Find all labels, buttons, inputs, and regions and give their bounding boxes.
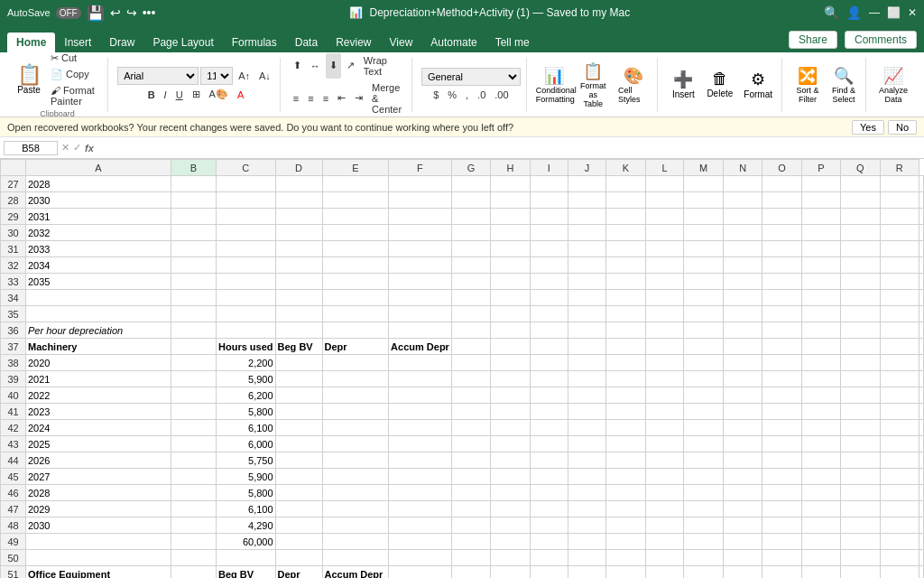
cell-e[interactable] (322, 485, 389, 501)
cell-extra[interactable] (645, 452, 684, 469)
cell-extra[interactable] (724, 420, 762, 436)
cell-extra[interactable] (606, 534, 645, 550)
cell-extra[interactable] (645, 550, 684, 566)
cell-extra[interactable] (801, 176, 840, 192)
font-color-button[interactable]: A (234, 87, 247, 102)
cell-extra[interactable] (762, 355, 802, 371)
cell-extra[interactable] (568, 371, 606, 387)
cell-d[interactable]: Depr (275, 566, 322, 579)
cell-extra[interactable] (724, 371, 762, 387)
cell-extra[interactable] (880, 485, 919, 501)
cell-extra[interactable] (491, 566, 530, 579)
tab-insert[interactable]: Insert (55, 33, 100, 52)
cell-f[interactable] (389, 387, 452, 404)
tab-page-layout[interactable]: Page Layout (143, 33, 222, 52)
cell-extra[interactable] (919, 339, 924, 355)
cell-e[interactable] (322, 306, 389, 322)
cell-extra[interactable] (568, 257, 606, 274)
cell-extra[interactable] (880, 209, 919, 225)
cell-extra[interactable] (568, 404, 606, 420)
cell-b[interactable] (171, 534, 216, 550)
fill-color-button[interactable]: A🎨 (206, 87, 232, 102)
cell-extra[interactable] (491, 404, 530, 420)
cell-extra[interactable] (919, 436, 924, 452)
cell-extra[interactable] (606, 404, 645, 420)
cell-extra[interactable] (841, 241, 881, 257)
cell-extra[interactable] (568, 225, 606, 241)
cell-a[interactable] (26, 550, 171, 566)
cell-extra[interactable] (880, 387, 919, 404)
cell-b[interactable] (171, 257, 216, 274)
cell-extra[interactable] (762, 501, 802, 517)
tab-home[interactable]: Home (7, 33, 55, 52)
col-header-c[interactable]: C (217, 160, 276, 176)
col-header-p[interactable]: P (801, 160, 840, 176)
col-header-k[interactable]: K (606, 160, 645, 176)
format-button[interactable]: ⚙ Format (740, 68, 776, 101)
cell-d[interactable] (275, 452, 322, 469)
cell-extra[interactable] (724, 355, 762, 371)
cell-extra[interactable] (568, 534, 606, 550)
cell-extra[interactable] (724, 452, 762, 469)
cell-extra[interactable] (451, 290, 491, 306)
cell-a[interactable]: 2024 (26, 420, 171, 436)
cell-extra[interactable] (645, 225, 684, 241)
cell-extra[interactable] (841, 225, 881, 241)
cell-extra[interactable] (724, 306, 762, 322)
cell-extra[interactable] (880, 225, 919, 241)
cell-extra[interactable] (919, 387, 924, 404)
cell-extra[interactable] (645, 517, 684, 534)
cell-extra[interactable] (684, 274, 724, 290)
sheet-area[interactable]: A B C D E F G H I J K L M N O P Q (0, 159, 924, 578)
tab-review[interactable]: Review (327, 33, 380, 52)
cell-extra[interactable] (606, 436, 645, 452)
cell-extra[interactable] (684, 550, 724, 566)
cell-extra[interactable] (491, 339, 530, 355)
cell-extra[interactable] (724, 257, 762, 274)
cell-extra[interactable] (841, 436, 881, 452)
cell-extra[interactable] (451, 550, 491, 566)
cell-extra[interactable] (724, 225, 762, 241)
cell-d[interactable] (275, 550, 322, 566)
col-header-i[interactable]: I (530, 160, 568, 176)
cell-extra[interactable] (645, 371, 684, 387)
cell-extra[interactable] (724, 290, 762, 306)
cell-extra[interactable] (841, 452, 881, 469)
cell-extra[interactable] (568, 339, 606, 355)
cell-d[interactable] (275, 485, 322, 501)
cell-extra[interactable] (491, 517, 530, 534)
cell-b[interactable] (171, 517, 216, 534)
cell-reference-input[interactable] (4, 141, 58, 155)
cell-e[interactable] (322, 517, 389, 534)
cell-extra[interactable] (762, 485, 802, 501)
cell-extra[interactable] (919, 371, 924, 387)
cell-extra[interactable] (568, 436, 606, 452)
cell-extra[interactable] (880, 274, 919, 290)
italic-button[interactable]: I (161, 87, 171, 102)
cell-extra[interactable] (568, 387, 606, 404)
cell-d[interactable] (275, 355, 322, 371)
cell-e[interactable] (322, 355, 389, 371)
cell-a[interactable]: 2020 (26, 355, 171, 371)
cell-extra[interactable] (880, 404, 919, 420)
cell-f[interactable] (389, 192, 452, 209)
cell-extra[interactable] (606, 322, 645, 339)
format-table-button[interactable]: 📋 Format as Table (575, 60, 611, 110)
cell-c[interactable]: 5,900 (217, 469, 276, 485)
yes-button[interactable]: Yes (852, 120, 884, 135)
cell-extra[interactable] (880, 257, 919, 274)
cell-e[interactable] (322, 404, 389, 420)
cell-extra[interactable] (880, 517, 919, 534)
cell-extra[interactable] (645, 404, 684, 420)
cell-a[interactable]: 2025 (26, 436, 171, 452)
cell-c[interactable] (217, 306, 276, 322)
cell-a[interactable]: 2026 (26, 452, 171, 469)
cell-extra[interactable] (491, 534, 530, 550)
cell-a[interactable]: 2022 (26, 387, 171, 404)
cell-b[interactable] (171, 420, 216, 436)
cell-extra[interactable] (606, 355, 645, 371)
font-grow-button[interactable]: A↑ (235, 67, 254, 85)
cell-extra[interactable] (606, 192, 645, 209)
cell-b[interactable] (171, 469, 216, 485)
cell-extra[interactable] (451, 257, 491, 274)
